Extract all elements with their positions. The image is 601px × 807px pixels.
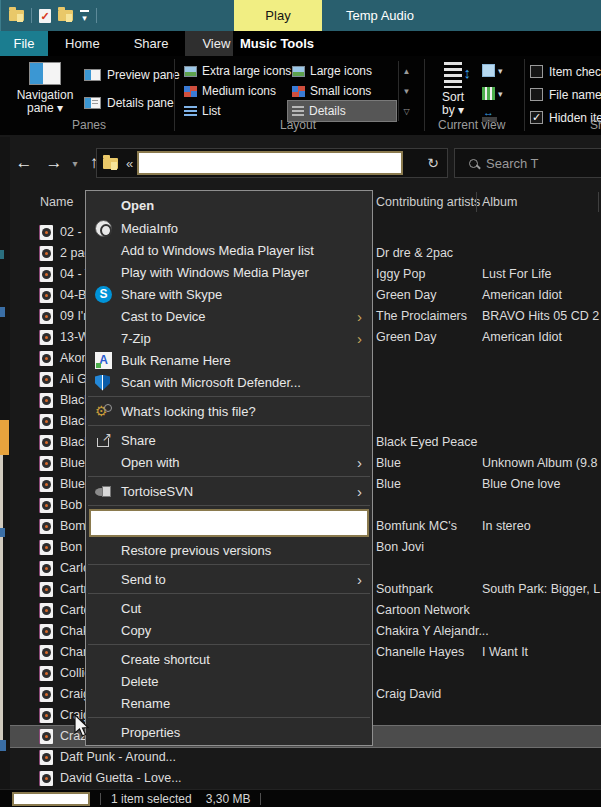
customize-toolbar-chevron-icon[interactable] — [80, 10, 89, 22]
context-menu: OpenMediaInfoAdd to Windows Media Player… — [85, 190, 373, 746]
contributing-artist: Chanelle Hayes — [376, 645, 464, 659]
layout-option-list[interactable]: List — [180, 101, 288, 121]
tab-share[interactable]: Share — [117, 31, 186, 56]
refresh-icon[interactable]: ↻ — [427, 155, 439, 171]
checked-checkbox-icon[interactable] — [530, 111, 543, 124]
window-title: Temp Audio — [346, 0, 414, 31]
menu-item-open-with[interactable]: Open with› — [86, 451, 372, 473]
menu-item-restore-previous-versions[interactable]: Restore previous versions — [86, 539, 372, 561]
show-group-label: Sh — [590, 118, 601, 132]
tab-home[interactable]: Home — [48, 31, 117, 56]
menu-item-scan-with-microsoft-defender[interactable]: Scan with Microsoft Defender... — [86, 371, 372, 393]
menu-item-copy[interactable]: Copy — [86, 619, 372, 641]
checkbox-item-check-bo[interactable]: Item check bo — [530, 60, 601, 83]
audio-file-icon — [40, 582, 53, 597]
recent-locations-chevron-icon[interactable]: ▾ — [68, 137, 82, 189]
contributing-artist: Cartoon Network — [376, 603, 470, 617]
column-header-artists[interactable]: Contributing artists — [376, 189, 480, 215]
folder-icon[interactable] — [58, 10, 73, 21]
menu-item-play-with-windows-media-player[interactable]: Play with Windows Media Player — [86, 261, 372, 283]
menu-item-tortoisesvn[interactable]: TortoiseSVN› — [86, 480, 372, 502]
play-contextual-tab[interactable]: Play — [234, 0, 322, 31]
layout-option-label: Large icons — [310, 64, 372, 78]
menu-separator — [88, 717, 370, 718]
menu-item-create-shortcut[interactable]: Create shortcut — [86, 648, 372, 670]
navigation-pane-button[interactable]: Navigation pane ▾ — [12, 60, 78, 122]
address-bar[interactable]: « ↻ — [96, 148, 448, 178]
menu-item-properties[interactable]: Properties — [86, 721, 372, 743]
contributing-artist: Blue — [376, 456, 401, 470]
tab-music-tools[interactable]: Music Tools — [233, 31, 321, 56]
album: I Want It — [482, 645, 528, 659]
file-row[interactable]: David Guetta - Love... — [10, 768, 601, 789]
menu-item-cast-to-device[interactable]: Cast to Device› — [86, 305, 372, 327]
add-columns-icon — [482, 87, 495, 100]
column-header-name[interactable]: Name — [40, 189, 73, 215]
folder-icon — [103, 158, 118, 169]
forward-button[interactable]: → — [42, 137, 66, 189]
album: Lust For Life — [482, 267, 551, 281]
unchecked-checkbox-icon[interactable] — [530, 65, 543, 78]
gallery-scroll-up-icon[interactable]: ▲ — [398, 61, 414, 81]
unchecked-checkbox-icon[interactable] — [530, 88, 543, 101]
navigation-pane-label2: pane ▾ — [17, 102, 74, 115]
album: In stereo — [482, 519, 531, 533]
contributing-artist: Green Day — [376, 330, 436, 344]
layout-option-icon — [292, 106, 304, 117]
menu-item-share-with-skype[interactable]: Share with Skype — [86, 283, 372, 305]
audio-file-icon — [40, 456, 53, 471]
menu-item-rename[interactable]: Rename — [86, 692, 372, 714]
back-button[interactable]: ← — [12, 137, 36, 189]
menu-item-send-to[interactable]: Send to› — [86, 568, 372, 590]
layout-option-small-icons[interactable]: Small icons — [288, 81, 396, 101]
menu-item-open[interactable]: Open — [86, 193, 372, 217]
toolbar-separator — [96, 8, 97, 23]
layout-option-label: Extra large icons — [202, 64, 291, 78]
menu-item-add-to-windows-media-player-list[interactable]: Add to Windows Media Player list — [86, 239, 372, 261]
menu-item-cut[interactable]: Cut — [86, 597, 372, 619]
gallery-more-icon[interactable]: ▽ — [398, 101, 414, 121]
menu-item-label: Create shortcut — [121, 652, 210, 667]
add-columns-button[interactable]: ▾ — [482, 87, 503, 100]
menu-item-bulk-rename-here[interactable]: Bulk Rename Here — [86, 349, 372, 371]
menu-item-redacted[interactable] — [89, 509, 369, 537]
layout-option-extra-large-icons[interactable]: Extra large icons — [180, 61, 288, 81]
gallery-scroll-down-icon[interactable]: ▼ — [398, 81, 414, 101]
menu-item-delete[interactable]: Delete — [86, 670, 372, 692]
contributing-artist: Green Day — [376, 288, 436, 302]
group-by-button[interactable]: ▾ — [482, 64, 503, 77]
preview-pane-button[interactable]: Preview pane — [84, 68, 180, 82]
folder-icon[interactable] — [9, 10, 24, 21]
column-separator[interactable] — [598, 192, 599, 212]
column-header-album[interactable]: Album — [482, 189, 517, 215]
menu-separator — [88, 564, 370, 565]
ribbon-tab-row: File HomeShareView Music Tools — [0, 31, 601, 56]
properties-check-icon[interactable] — [39, 9, 51, 23]
layout-option-large-icons[interactable]: Large icons — [288, 61, 396, 81]
menu-item-share[interactable]: Share — [86, 429, 372, 451]
audio-file-icon — [40, 393, 53, 408]
menu-item-label: MediaInfo — [121, 221, 178, 236]
file-row[interactable]: Daft Punk - Around... — [10, 747, 601, 768]
menu-item-mediainfo[interactable]: MediaInfo — [86, 217, 372, 239]
layout-gallery-scrollbar[interactable]: ▲ ▼ ▽ — [398, 61, 414, 121]
sort-by-button[interactable]: Sort by ▾ — [432, 60, 474, 124]
tortoise-icon — [95, 483, 112, 500]
layout-gallery: Extra large iconsLarge iconsMedium icons… — [180, 61, 396, 121]
skype-icon — [95, 286, 112, 303]
audio-file-icon — [40, 519, 53, 534]
menu-item-what-s-locking-this-file[interactable]: What's locking this file? — [86, 400, 372, 422]
breadcrumb-chevron[interactable]: « — [126, 156, 133, 171]
checkbox-file-name-ext[interactable]: File name ext — [530, 83, 601, 106]
layout-option-medium-icons[interactable]: Medium icons — [180, 81, 288, 101]
bulkrename-icon — [95, 352, 112, 369]
menu-item-7-zip[interactable]: 7-Zip› — [86, 327, 372, 349]
column-separator[interactable] — [476, 192, 477, 212]
layout-option-icon — [292, 66, 305, 77]
status-selection-count: 1 item selected — [111, 792, 192, 806]
sort-by-icon — [444, 62, 462, 88]
tab-file[interactable]: File — [0, 31, 48, 56]
menu-separator — [88, 644, 370, 645]
details-pane-button[interactable]: Details pane — [84, 96, 174, 110]
search-input[interactable]: Search T — [454, 148, 601, 178]
